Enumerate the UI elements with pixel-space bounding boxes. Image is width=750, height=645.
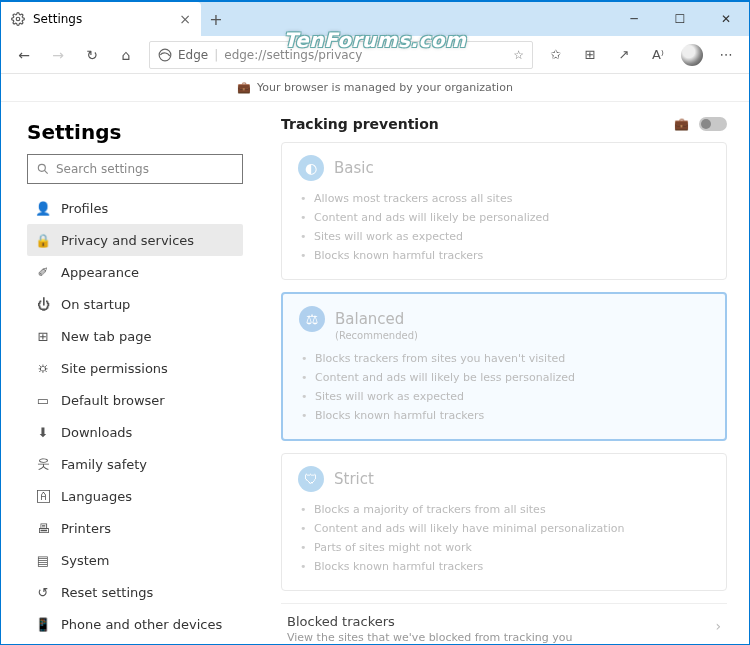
title-bar: Settings × + ─ ☐ ✕ bbox=[1, 2, 749, 36]
content-pane[interactable]: Tracking prevention 💼 ◐Basic Allows most… bbox=[259, 102, 749, 644]
close-tab-icon[interactable]: × bbox=[179, 11, 191, 27]
strict-icon: 🛡 bbox=[298, 466, 324, 492]
minimize-button[interactable]: ─ bbox=[611, 2, 657, 36]
address-url: edge://settings/privacy bbox=[224, 48, 362, 62]
refresh-button[interactable]: ↻ bbox=[77, 40, 107, 70]
sidebar-item-printers[interactable]: 🖶Printers bbox=[27, 512, 243, 544]
sidebar-item-phone[interactable]: 📱Phone and other devices bbox=[27, 608, 243, 640]
maximize-button[interactable]: ☐ bbox=[657, 2, 703, 36]
search-input[interactable]: Search settings bbox=[27, 154, 243, 184]
settings-sidebar: Settings Search settings 👤Profiles 🔒Priv… bbox=[1, 102, 259, 644]
permissions-icon: ⛭ bbox=[35, 361, 51, 376]
blocked-trackers-link[interactable]: Blocked trackers View the sites that we'… bbox=[281, 603, 727, 644]
briefcase-icon: 💼 bbox=[674, 117, 689, 131]
collections-button[interactable]: ⊞ bbox=[575, 40, 605, 70]
address-bar[interactable]: Edge | edge://settings/privacy ☆ bbox=[149, 41, 533, 69]
lock-icon: 🔒 bbox=[35, 233, 51, 248]
tracking-prevention-heading: Tracking prevention 💼 bbox=[281, 112, 727, 142]
close-window-button[interactable]: ✕ bbox=[703, 2, 749, 36]
profile-avatar[interactable] bbox=[677, 40, 707, 70]
search-icon bbox=[36, 162, 50, 176]
address-label: Edge bbox=[178, 48, 208, 62]
power-icon: ⏻ bbox=[35, 297, 51, 312]
printer-icon: 🖶 bbox=[35, 521, 51, 536]
tracking-level-strict[interactable]: 🛡Strict Blocks a majority of trackers fr… bbox=[281, 453, 727, 591]
system-icon: ▤ bbox=[35, 553, 51, 568]
sidebar-item-family[interactable]: 웃Family safety bbox=[27, 448, 243, 480]
browser-toolbar: ← → ↻ ⌂ Edge | edge://settings/privacy ☆… bbox=[1, 36, 749, 74]
sidebar-item-downloads[interactable]: ⬇Downloads bbox=[27, 416, 243, 448]
svg-line-3 bbox=[44, 170, 47, 173]
sidebar-item-newtab[interactable]: ⊞New tab page bbox=[27, 320, 243, 352]
tracking-prevention-toggle[interactable] bbox=[699, 117, 727, 131]
sidebar-item-startup[interactable]: ⏻On startup bbox=[27, 288, 243, 320]
favorite-star-icon[interactable]: ☆ bbox=[513, 48, 524, 62]
family-icon: 웃 bbox=[35, 455, 51, 473]
managed-banner: 💼 Your browser is managed by your organi… bbox=[1, 74, 749, 102]
sidebar-item-privacy[interactable]: 🔒Privacy and services bbox=[27, 224, 243, 256]
sidebar-item-languages[interactable]: 🄰Languages bbox=[27, 480, 243, 512]
default-icon: ▭ bbox=[35, 393, 51, 408]
tracking-level-basic[interactable]: ◐Basic Allows most trackers across all s… bbox=[281, 142, 727, 280]
balanced-icon: ⚖ bbox=[299, 306, 325, 332]
read-aloud-button[interactable]: A⁾ bbox=[643, 40, 673, 70]
sidebar-item-about[interactable]: ◉About Microsoft Edge bbox=[27, 640, 243, 644]
sidebar-item-reset[interactable]: ↺Reset settings bbox=[27, 576, 243, 608]
reset-icon: ↺ bbox=[35, 585, 51, 600]
sidebar-item-appearance[interactable]: ✐Appearance bbox=[27, 256, 243, 288]
tracking-level-balanced[interactable]: ⚖Balanced (Recommended) Blocks trackers … bbox=[281, 292, 727, 441]
edge-logo-icon bbox=[158, 48, 172, 62]
svg-point-0 bbox=[16, 17, 20, 21]
menu-button[interactable]: ⋯ bbox=[711, 40, 741, 70]
new-tab-button[interactable]: + bbox=[201, 2, 231, 36]
profiles-icon: 👤 bbox=[35, 201, 51, 216]
forward-button: → bbox=[43, 40, 73, 70]
favorites-button[interactable]: ✩ bbox=[541, 40, 571, 70]
chevron-right-icon: › bbox=[715, 618, 721, 634]
gear-icon bbox=[11, 12, 25, 26]
share-button[interactable]: ↗ bbox=[609, 40, 639, 70]
phone-icon: 📱 bbox=[35, 617, 51, 632]
browser-tab[interactable]: Settings × bbox=[1, 2, 201, 36]
settings-heading: Settings bbox=[27, 120, 243, 144]
languages-icon: 🄰 bbox=[35, 489, 51, 504]
tab-title: Settings bbox=[33, 12, 82, 26]
newtab-icon: ⊞ bbox=[35, 329, 51, 344]
back-button[interactable]: ← bbox=[9, 40, 39, 70]
download-icon: ⬇ bbox=[35, 425, 51, 440]
briefcase-icon: 💼 bbox=[237, 81, 251, 94]
sidebar-item-default[interactable]: ▭Default browser bbox=[27, 384, 243, 416]
svg-point-2 bbox=[38, 164, 45, 171]
sidebar-item-profiles[interactable]: 👤Profiles bbox=[27, 192, 243, 224]
basic-icon: ◐ bbox=[298, 155, 324, 181]
sidebar-item-system[interactable]: ▤System bbox=[27, 544, 243, 576]
appearance-icon: ✐ bbox=[35, 265, 51, 280]
home-button[interactable]: ⌂ bbox=[111, 40, 141, 70]
sidebar-item-permissions[interactable]: ⛭Site permissions bbox=[27, 352, 243, 384]
